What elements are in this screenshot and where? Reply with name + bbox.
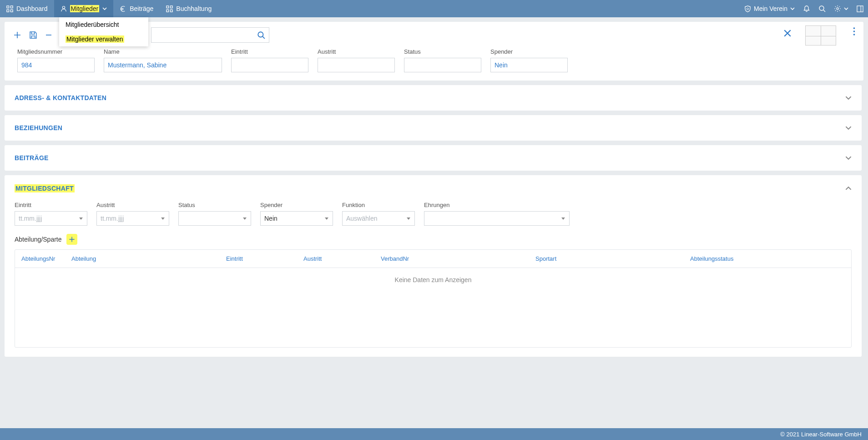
more-menu[interactable] [853,27,855,38]
m-spender-value: Nein [264,215,278,222]
nav-panel[interactable] [857,5,863,12]
panel-adress-header[interactable]: ADRESS- & KONTAKTDATEN [5,85,862,111]
m-austritt-select[interactable]: tt.mm.jjjj [96,211,169,226]
svg-point-13 [853,27,855,29]
m-spender-select[interactable]: Nein [260,211,333,226]
panel-beziehungen-header[interactable]: BEZIEHUNGEN [5,115,862,141]
footer: © 2021 Linear-Software GmbH [0,428,868,440]
th-austritt[interactable]: Austritt [303,255,381,262]
field-spender: Spender [490,48,568,72]
svg-point-12 [258,32,263,37]
panel-beitraege-header[interactable]: BEITRÄGE [5,145,862,171]
save-icon [29,31,37,39]
th-eintritt[interactable]: Eintritt [226,255,303,262]
status-input[interactable] [404,58,481,72]
field-mitgliedsnummer: Mitgliedsnummer [17,48,95,72]
bell-icon [803,5,810,12]
panel-beziehungen-title: BEZIEHUNGEN [15,124,62,131]
dropdown-item-uebersicht[interactable]: Mitgliederübersicht [59,17,148,32]
nav-verein[interactable]: Mein Verein [744,5,795,12]
panels-scroll[interactable]: ADRESS- & KONTAKTDATEN BEZIEHUNGEN BEITR… [5,85,863,424]
nav-search[interactable] [818,5,826,12]
save-button[interactable] [29,31,37,39]
m-field-funktion: Funktion Auswählen [342,202,415,226]
add-button[interactable] [13,30,22,40]
th-abteilungsnr[interactable]: AbteilungsNr [21,255,71,262]
search-input[interactable] [151,27,269,43]
person-icon [61,5,67,12]
svg-point-15 [853,34,855,35]
nav-buchhaltung[interactable]: Buchhaltung [160,0,218,17]
spender-input[interactable] [490,58,568,72]
caret-down-icon [324,216,329,221]
nav-right: Mein Verein [744,5,863,12]
mitglieder-dropdown: Mitgliederübersicht Mitglieder verwalten [59,17,148,46]
nav-beitraege[interactable]: Beiträge [113,0,160,17]
nav-mitglieder[interactable]: Mitglieder [54,0,114,17]
membership-row: Eintritt tt.mm.jjjj Austritt tt.mm.jjjj [15,202,852,226]
name-label: Name [104,48,222,55]
field-status: Status [404,48,481,72]
dropdown-item-verwalten-label: Mitglieder verwalten [66,35,124,43]
remove-button[interactable] [45,31,53,39]
panel-mitgliedschaft-header[interactable]: MITGLIEDSCHAFT [5,175,862,202]
m-field-ehrungen: Ehrungen [424,202,570,226]
kebab-icon [853,27,855,35]
table-nodata: Keine Daten zum Anzeigen [15,268,851,347]
svg-rect-0 [7,5,9,8]
name-input[interactable] [104,58,222,72]
nav-dashboard[interactable]: Dashboard [0,0,54,17]
caret-down-icon [561,216,565,221]
m-funktion-label: Funktion [342,202,415,208]
chevron-down-icon [845,155,852,161]
plus-icon [13,30,22,40]
search-icon [818,5,826,12]
austritt-input[interactable] [318,58,395,72]
field-name: Name [104,48,222,72]
th-verbandnr[interactable]: VerbandNr [381,255,535,262]
panel-beziehungen: BEZIEHUNGEN [5,115,862,141]
nav-settings[interactable] [834,5,848,12]
chevron-down-icon [844,6,848,11]
grid-icon [6,5,13,12]
svg-rect-1 [10,5,13,8]
top-nav: Dashboard Mitglieder Beiträge Buchhaltun… [0,0,868,17]
shield-icon [744,5,751,12]
caret-down-icon [161,216,165,221]
eintritt-input[interactable] [231,58,308,72]
layout-selector[interactable] [805,25,836,46]
th-abteilung[interactable]: Abteilung [71,255,226,262]
close-button[interactable] [783,28,792,40]
nav-verein-label: Mein Verein [754,5,787,12]
svg-rect-2 [7,10,9,12]
nav-bell[interactable] [803,5,810,12]
panel-mitgliedschaft-body: Eintritt tt.mm.jjjj Austritt tt.mm.jjjj [5,202,862,357]
abteilung-add-button[interactable] [66,234,77,245]
m-status-select[interactable] [178,211,251,226]
caret-down-icon [79,216,83,221]
table-header: AbteilungsNr Abteilung Eintritt Austritt… [15,250,851,268]
abteilung-label: Abteilung/Sparte [15,236,62,243]
m-funktion-select[interactable]: Auswählen [342,211,415,226]
svg-rect-3 [10,10,13,12]
panel-beitraege: BEITRÄGE [5,145,862,171]
m-field-status: Status [178,202,251,226]
nav-mitglieder-label: Mitglieder [70,5,100,12]
panel-mitgliedschaft: MITGLIEDSCHAFT Eintritt tt.mm.jjjj Austr… [5,175,862,357]
chevron-down-icon [790,6,795,11]
m-eintritt-value: tt.mm.jjjj [19,215,42,222]
m-ehrungen-select[interactable] [424,211,570,226]
m-eintritt-select[interactable]: tt.mm.jjjj [15,211,87,226]
svg-rect-11 [857,5,863,11]
svg-rect-8 [171,10,173,12]
svg-rect-5 [167,5,169,8]
footer-copyright: © 2021 Linear-Software GmbH [780,431,862,438]
svg-point-14 [853,30,855,32]
panel-beitraege-title: BEITRÄGE [15,154,49,162]
panel-icon [857,5,863,12]
dropdown-item-verwalten[interactable]: Mitglieder verwalten [59,32,148,46]
svg-point-10 [837,8,838,10]
mitgliedsnummer-input[interactable] [17,58,95,72]
th-abteilungsstatus[interactable]: Abteilungsstatus [690,255,845,262]
th-sportart[interactable]: Sportart [535,255,690,262]
